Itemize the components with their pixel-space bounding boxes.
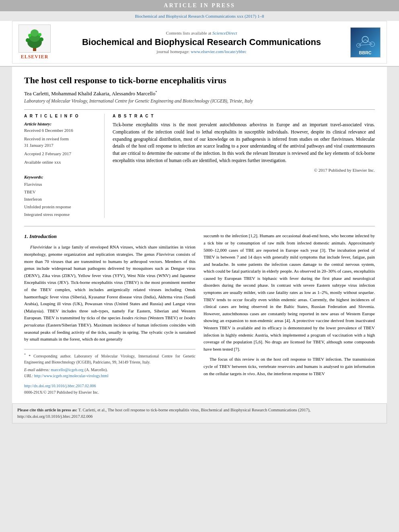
journal-header-outer: ELSEVIER Contents lists available at Sci… xyxy=(0,21,399,67)
received-date: Received 6 December 2016 xyxy=(24,127,98,134)
revised-date: Received in revised form 31 January 2017 xyxy=(24,136,98,148)
journal-header: ELSEVIER Contents lists available at Sci… xyxy=(12,21,387,64)
issn-text: 0006-291X/© 2017 Published by Elsevier I… xyxy=(24,389,195,396)
section1-title: 1. Introduction xyxy=(24,232,195,240)
elsevier-logo: ELSEVIER xyxy=(16,25,53,60)
journal-ref-line: Biochemical and Biophysical Research Com… xyxy=(0,11,399,19)
svg-point-5 xyxy=(39,37,43,41)
top-banner: ARTICLE IN PRESS xyxy=(0,0,399,11)
in-vivo-italic: in vivo xyxy=(243,371,255,376)
flavivirus-italic: Flavivirus xyxy=(156,252,174,257)
banner-text: ARTICLE IN PRESS xyxy=(164,2,235,8)
body-col2-p1: succumb to the infection [1,2]. Humans a… xyxy=(204,232,375,353)
bottom-citation: Please cite this article in press as: T.… xyxy=(12,403,387,423)
bbrc-image-svg: BBRC xyxy=(351,27,380,58)
history-label: Article history: xyxy=(24,121,98,126)
doi-section: http://dx.doi.org/10.1016/j.bbrc.2017.02… xyxy=(24,383,195,395)
page-bottom xyxy=(0,423,399,427)
body-col-left: 1. Introduction Flaviviridae is a large … xyxy=(24,232,195,395)
ixodes-ricinus-italic: Ixodes ricinus xyxy=(122,315,147,320)
footnote-url-link[interactable]: http://www.icgeb.org/molecular-virology.… xyxy=(34,374,109,378)
sciencedirect-line: Contents lists available at ScienceDirec… xyxy=(57,31,346,35)
sciencedirect-link[interactable]: ScienceDirect xyxy=(212,31,237,35)
article-info-col: A R T I C L E I N F O Article history: R… xyxy=(24,114,105,218)
journal-ref-text: Biochemical and Biophysical Research Com… xyxy=(135,14,264,18)
article-content: The host cell response to tick-borne enc… xyxy=(12,67,387,403)
available-online: Available online xxx xyxy=(24,159,98,165)
elsevier-label: ELSEVIER xyxy=(21,54,49,60)
authors: Tea Carletti, Mohammad Khalid Zakaria, A… xyxy=(24,90,375,97)
page-wrapper: ARTICLE IN PRESS Biochemical and Biophys… xyxy=(0,0,399,427)
elsevier-tree-svg xyxy=(20,28,50,52)
svg-text:BBRC: BBRC xyxy=(359,50,372,55)
footnote-star: * * Corresponding author. Laboratory of … xyxy=(24,353,195,365)
elsevier-image xyxy=(19,25,51,53)
keyword-1: Flavivirus xyxy=(24,181,98,188)
bbrc-logo: BBRC xyxy=(350,27,383,58)
footnote-email: E-mail address: marcello@icgeb.org (A. M… xyxy=(24,367,195,373)
journal-main-title: Biochemical and Biophysical Research Com… xyxy=(57,37,346,47)
keyword-4: Unfolded protein response xyxy=(24,203,98,211)
svg-point-7 xyxy=(38,33,41,36)
abstract-col: A B S T R A C T Tick-borne encephalitis … xyxy=(113,114,375,218)
abstract-heading: A B S T R A C T xyxy=(113,114,375,118)
accepted-date: Accepted 2 February 2017 xyxy=(24,151,98,157)
svg-point-3 xyxy=(31,29,39,37)
footnote-email-link[interactable]: marcello@icgeb.org xyxy=(51,368,84,372)
sequelae-italic: sequelae xyxy=(358,290,374,295)
keyword-2: TBEV xyxy=(24,188,98,196)
cite-label: Please cite this article in press as: xyxy=(17,408,77,412)
article-info-heading: A R T I C L E I N F O xyxy=(24,114,98,118)
article-title: The host cell response to tick-borne enc… xyxy=(24,75,375,86)
divider-1 xyxy=(24,109,375,110)
footnote-section: * * Corresponding author. Laboratory of … xyxy=(24,349,195,379)
article-meta-section: A R T I C L E I N F O Article history: R… xyxy=(24,114,375,218)
copyright-line: © 2017 Published by Elsevier Inc. xyxy=(113,168,375,173)
affiliation: Laboratory of Molecular Virology, Intern… xyxy=(24,99,375,103)
authors-text: Tea Carletti, Mohammad Khalid Zakaria, A… xyxy=(24,90,157,97)
svg-point-4 xyxy=(26,38,30,42)
svg-point-6 xyxy=(28,34,31,37)
keyword-5: Integrated stress response xyxy=(24,211,98,218)
doi-link[interactable]: http://dx.doi.org/10.1016/j.bbrc.2017.02… xyxy=(24,383,195,389)
keywords-label: Keywords: xyxy=(24,175,98,179)
ixodes-persulcatus-italic: Ixodes persulcatus xyxy=(24,315,195,327)
bbrc-image: BBRC xyxy=(350,27,380,58)
keywords-list: Flavivirus TBEV Interferon Unfolded prot… xyxy=(24,181,98,218)
footnote-url: URL: http://www.icgeb.org/molecular-viro… xyxy=(24,373,195,379)
body-col1-p1: Flaviviridae is a large family of envelo… xyxy=(24,244,195,343)
body-section: 1. Introduction Flaviviridae is a large … xyxy=(24,232,375,395)
flaviviridae-italic: Flaviviridae xyxy=(30,244,52,249)
divider-2 xyxy=(24,226,375,226)
body-col2-p2: The focus of this review is on the host … xyxy=(204,356,375,377)
abstract-text: Tick-borne encephalitis virus is the mos… xyxy=(113,121,375,164)
body-col-right: succumb to the infection [1,2]. Humans a… xyxy=(204,232,375,395)
journal-homepage: journal homepage: www.elsevier.com/locat… xyxy=(57,49,346,54)
keyword-3: Interferon xyxy=(24,195,98,203)
journal-title-center: Contents lists available at ScienceDirec… xyxy=(53,31,350,54)
homepage-url[interactable]: www.elsevier.com/locate/ybbrc xyxy=(191,49,247,54)
